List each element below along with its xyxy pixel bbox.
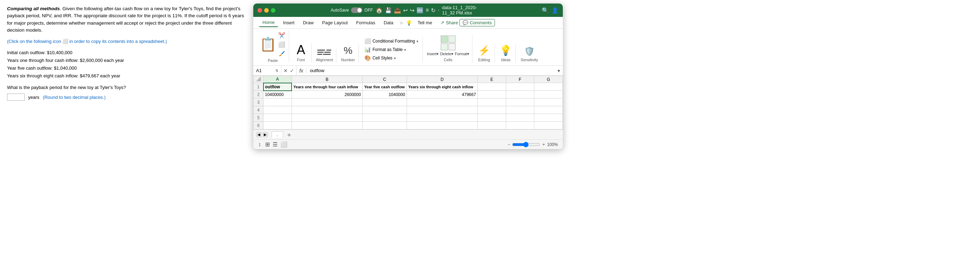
share-icon[interactable]: 📤 <box>394 7 401 14</box>
comments-button[interactable]: 💬 Comments <box>460 19 495 26</box>
col-header-b[interactable]: B <box>292 76 363 83</box>
cell-b2[interactable]: 2600000 <box>292 91 363 99</box>
status-left-icon[interactable]: ↕ <box>258 142 261 148</box>
cell-b4[interactable] <box>292 106 363 114</box>
cell-c2[interactable]: 1040000 <box>363 91 407 99</box>
grid-view-icon[interactable]: ⊞ <box>265 141 270 148</box>
cell-d6[interactable] <box>407 122 478 129</box>
format-as-table-btn[interactable]: 📊 Format as Table ▾ <box>363 46 420 54</box>
col-header-f[interactable]: F <box>506 76 535 83</box>
cell-c6[interactable] <box>363 122 407 129</box>
copy-icon[interactable]: ⬜ <box>278 40 286 49</box>
close-button[interactable] <box>258 8 262 13</box>
cell-f1[interactable] <box>506 83 535 91</box>
delete-cells-btn[interactable]: Delete▾ <box>440 52 453 56</box>
col-header-g[interactable]: G <box>535 76 563 83</box>
tab-data[interactable]: Data <box>380 19 397 27</box>
cell-e6[interactable] <box>478 122 506 129</box>
format-painter-icon[interactable]: 🖌️ <box>278 49 286 58</box>
cell-b3[interactable] <box>292 99 363 106</box>
table-row: 5 <box>254 114 563 122</box>
cell-ref-display: A1 ⇅ <box>253 66 282 75</box>
cell-d3[interactable] <box>407 99 478 106</box>
cell-f3[interactable] <box>506 99 535 106</box>
cell-c3[interactable] <box>363 99 407 106</box>
col-header-d[interactable]: D <box>407 76 478 83</box>
tab-formulas[interactable]: Formulas <box>353 19 379 27</box>
cell-g1[interactable] <box>535 83 563 91</box>
nav-left[interactable]: ◀ <box>256 132 262 138</box>
cell-e5[interactable] <box>478 114 506 122</box>
undo-icon[interactable]: ↩ <box>403 7 408 14</box>
redo-icon[interactable]: ↪ <box>410 7 414 14</box>
sheet-tab-1[interactable]: . <box>272 131 283 138</box>
maximize-button[interactable] <box>271 8 275 13</box>
cell-b1[interactable]: Years one through four cash inflow <box>292 83 363 91</box>
cell-g2[interactable] <box>535 91 563 99</box>
cell-f5[interactable] <box>506 114 535 122</box>
cell-c5[interactable] <box>363 114 407 122</box>
cell-d4[interactable] <box>407 106 478 114</box>
spellcheck-icon[interactable]: 🔤 <box>417 7 423 14</box>
save-icon[interactable]: 💾 <box>385 7 392 14</box>
account-icon[interactable]: 👤 <box>552 7 558 14</box>
cell-a2[interactable]: 10400000 <box>264 91 292 99</box>
share-button[interactable]: ↗ Share <box>441 20 458 25</box>
cell-a3[interactable] <box>264 99 292 106</box>
formula-cancel-icon[interactable]: ✕ <box>283 68 288 73</box>
paste-big-icon[interactable]: 📋 <box>259 37 276 52</box>
cut-icon[interactable]: ✂️ <box>278 31 286 40</box>
cell-a6[interactable] <box>264 122 292 129</box>
col-header-a[interactable]: A <box>264 76 292 83</box>
cell-e3[interactable] <box>478 99 506 106</box>
cell-d2[interactable]: 479667 <box>407 91 478 99</box>
cell-a4[interactable] <box>264 106 292 114</box>
nav-right[interactable]: ▶ <box>262 132 268 138</box>
cell-e1[interactable] <box>478 83 506 91</box>
zoom-slider[interactable] <box>512 142 540 147</box>
cell-f2[interactable] <box>506 91 535 99</box>
insert-cells-btn[interactable]: Insert▾ <box>427 52 439 56</box>
cell-e4[interactable] <box>478 106 506 114</box>
cell-d5[interactable] <box>407 114 478 122</box>
more-icon[interactable]: ≡ <box>426 7 429 13</box>
tab-insert[interactable]: Insert <box>280 19 298 27</box>
minimize-button[interactable] <box>264 8 269 13</box>
cell-styles-btn[interactable]: 🎨 Cell Styles ▾ <box>363 54 420 62</box>
zoom-minus-icon[interactable]: − <box>508 142 510 147</box>
page-view-icon[interactable]: ⬜ <box>280 141 287 148</box>
formula-confirm-icon[interactable]: ✓ <box>290 68 294 73</box>
cell-ref-arrows[interactable]: ⇅ <box>275 68 278 72</box>
cell-a1[interactable]: outflow <box>264 83 292 91</box>
list-view-icon[interactable]: ☰ <box>273 141 278 148</box>
sheet-add-button[interactable]: ＋ <box>286 130 292 139</box>
col-header-c[interactable]: C <box>363 76 407 83</box>
tab-draw[interactable]: Draw <box>299 19 317 27</box>
format-cells-btn[interactable]: Format▾ <box>455 52 469 56</box>
cell-e2[interactable] <box>478 91 506 99</box>
cell-d1[interactable]: Years six through eight cash inflow <box>407 83 478 91</box>
cell-c1[interactable]: Year five cash outflow <box>363 83 407 91</box>
answer-input[interactable] <box>7 94 25 100</box>
cell-b6[interactable] <box>292 122 363 129</box>
search-icon[interactable]: 🔍 <box>542 7 549 14</box>
home-icon[interactable]: 🏠 <box>375 7 383 14</box>
cell-a5[interactable] <box>264 114 292 122</box>
cell-g5[interactable] <box>535 114 563 122</box>
cell-g4[interactable] <box>535 106 563 114</box>
cell-c4[interactable] <box>363 106 407 114</box>
tab-home[interactable]: Home <box>259 18 278 27</box>
tab-tell-me[interactable]: Tell me <box>414 19 436 27</box>
cell-f6[interactable] <box>506 122 535 129</box>
refresh-icon[interactable]: ↻ <box>431 7 436 14</box>
cell-g3[interactable] <box>535 99 563 106</box>
tab-page-layout[interactable]: Page Layout <box>319 19 352 27</box>
col-header-e[interactable]: E <box>478 76 506 83</box>
cell-f4[interactable] <box>506 106 535 114</box>
conditional-formatting-btn[interactable]: ⬜ Conditional Formatting ▾ <box>363 37 420 45</box>
cell-b5[interactable] <box>292 114 363 122</box>
cell-g6[interactable] <box>535 122 563 129</box>
formula-dropdown[interactable]: ▾ <box>555 68 563 73</box>
zoom-plus-icon[interactable]: + <box>542 142 545 147</box>
autosave-toggle[interactable] <box>351 7 362 13</box>
